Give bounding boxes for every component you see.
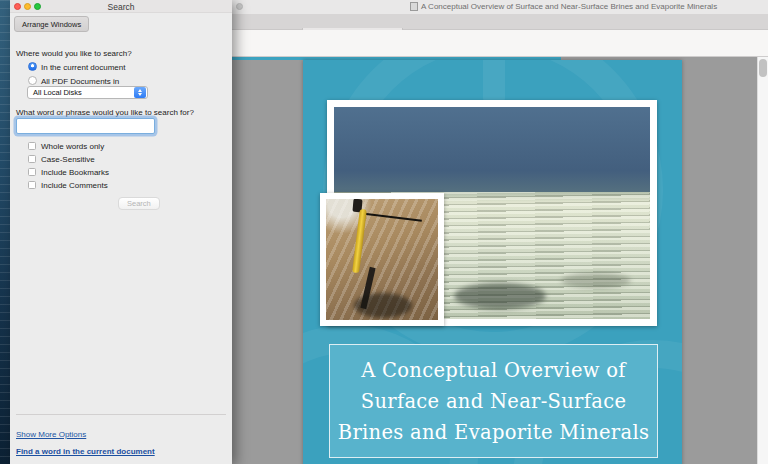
search-button[interactable]: Search <box>118 197 160 210</box>
search-phrase-label: What word or phrase would you like to se… <box>16 108 194 117</box>
arrange-windows-button[interactable]: Arrange Windows <box>14 16 89 32</box>
dropdown-stepper-icon <box>134 87 146 98</box>
photo-dark-patch <box>454 283 546 309</box>
checkbox-include-bookmarks[interactable] <box>28 168 36 176</box>
window-title-text: A Conceptual Overview of Surface and Nea… <box>421 2 717 11</box>
panel-divider <box>16 414 226 415</box>
checkbox-whole-words[interactable] <box>28 142 36 150</box>
checkbox-whole-words-label[interactable]: Whole words only <box>41 142 104 151</box>
show-more-options-link[interactable]: Show More Options <box>16 430 86 439</box>
shovel-photo <box>320 193 444 326</box>
checkbox-include-comments[interactable] <box>28 181 36 189</box>
radio-current-document[interactable] <box>28 62 37 71</box>
search-window-title: Search <box>10 2 232 12</box>
pdf-cover-page[interactable]: A Conceptual Overview of Surface and Nea… <box>303 60 682 464</box>
where-to-search-label: Where would you like to search? <box>16 49 132 58</box>
location-dropdown[interactable]: All Local Disks <box>27 86 148 99</box>
checkbox-case-sensitive-label[interactable]: Case-Sensitive <box>41 155 95 164</box>
radio-current-document-label[interactable]: In the current document <box>41 63 126 72</box>
checkbox-case-sensitive[interactable] <box>28 155 36 163</box>
photo-sky <box>334 107 650 192</box>
document-icon <box>410 2 418 11</box>
inactive-traffic-light[interactable] <box>236 3 243 10</box>
checkbox-include-bookmarks-label[interactable]: Include Bookmarks <box>41 168 109 177</box>
checkbox-include-comments-label[interactable]: Include Comments <box>41 181 108 190</box>
vertical-scrollbar[interactable] <box>757 57 768 464</box>
location-dropdown-value: All Local Disks <box>28 88 134 97</box>
cover-title-line: Surface and Near-Surface <box>330 386 657 417</box>
photo-dark-patch <box>561 273 631 288</box>
window-title: A Conceptual Overview of Surface and Nea… <box>410 2 717 11</box>
search-window: Search Arrange Windows Where would you l… <box>10 0 232 464</box>
radio-all-pdf-documents[interactable] <box>28 76 37 85</box>
cover-title-box: A Conceptual Overview of Surface and Nea… <box>329 344 658 458</box>
search-query-input[interactable] <box>16 118 155 134</box>
radio-all-pdf-documents-label[interactable]: All PDF Documents in <box>41 77 119 86</box>
cover-title-line: Brines and Evaporite Minerals <box>330 417 657 448</box>
cover-title-line: A Conceptual Overview of <box>330 355 657 386</box>
scrollbar-thumb[interactable] <box>759 59 767 77</box>
shovel-blade-shadow <box>354 293 412 318</box>
search-titlebar: Search <box>10 0 232 13</box>
find-word-link[interactable]: Find a word in the current document <box>16 447 155 456</box>
